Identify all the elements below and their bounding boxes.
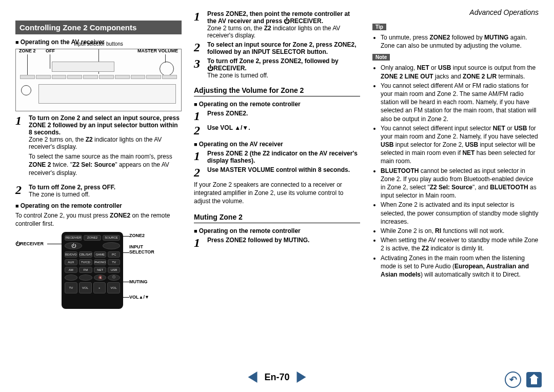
step-number-1: 1: [194, 10, 207, 23]
tip-label: Tip: [372, 24, 386, 30]
remote-btn: FM: [79, 267, 93, 273]
remote-btn: PC: [108, 251, 120, 258]
callout-input-selector: INPUT SELECTOR: [129, 244, 160, 254]
col1-step2-body: The zone is turned off.: [29, 191, 182, 198]
remote-btn: RECEIVER: [65, 235, 82, 241]
note-item: Activating Zones in the main room when t…: [381, 254, 539, 279]
back-icon[interactable]: ↶: [505, 371, 521, 388]
tip-block: Tip To unmute, press ZONE2 followed by M…: [372, 21, 539, 50]
heading-av-receiver-2: Operating on the AV receiver: [194, 141, 360, 148]
col2-step-1: 1 Press ZONE2, then point the remote con…: [194, 10, 360, 39]
diagram-label-master-volume: MASTER VOLUME: [137, 48, 178, 53]
master-volume-knob: [160, 62, 174, 76]
heading-remote-controller-2: Operating on the remote controller: [194, 101, 360, 108]
remote-btn: TV: [108, 259, 120, 265]
col1-step2-lead: To turn off Zone 2, press OFF.: [29, 184, 115, 191]
footer-nav: En-70 ↶: [0, 371, 554, 389]
diagram-label-input-selector: Input selector buttons: [74, 41, 123, 47]
callout-receiver: ⏻RECEIVER: [15, 241, 44, 246]
header-section: Advanced Operations: [469, 8, 539, 16]
section-banner: Controlling Zone 2 Components: [15, 21, 182, 34]
note-item: When Zone 2 is activated and its input s…: [381, 201, 539, 226]
power-icon: ⏻: [65, 242, 82, 249]
step-number-2: 2: [194, 41, 207, 53]
col2-step-3: 3 To turn off Zone 2, press ZONE2, follo…: [194, 57, 360, 79]
remote-intro: To control Zone 2, you must press ZONE2 …: [15, 211, 182, 228]
step-number-1: 1: [15, 114, 29, 127]
prev-page-icon[interactable]: [248, 371, 257, 383]
remote-btn: ZONE2: [84, 235, 101, 241]
rvol-step-2: 2 Use MASTER VOLUME control within 8 sec…: [194, 166, 360, 179]
remote-btn: [65, 275, 77, 281]
remote-btn: ⓘ: [108, 275, 120, 281]
remote-btn: GAME: [94, 251, 106, 258]
remote-btn: TV/CD: [79, 259, 93, 265]
muting-icon: 🔇: [94, 275, 106, 281]
remote-btn: AM: [65, 267, 77, 273]
callout-zone2: ZONE2: [129, 233, 145, 238]
selector-button-row: [20, 75, 177, 79]
note-item: While Zone 2 is on, RI functions will no…: [381, 227, 539, 235]
remote-btn: [79, 275, 93, 281]
step-number-1: 1: [194, 237, 207, 249]
rvol-step-1: 1 Press ZONE 2 (the Z2 indicator on the …: [194, 150, 360, 164]
col1-step-1: 1 To turn on Zone 2 and select an input …: [15, 114, 182, 182]
vol-note: If your Zone 2 speakers are connected to…: [194, 181, 360, 206]
mute-step-1: 1 Press ZONE2 followed by MUTING.: [194, 237, 360, 249]
page-content: Controlling Zone 2 Components Operating …: [0, 0, 554, 375]
subhead-muting: Muting Zone 2: [194, 213, 360, 223]
diagram-label-zone2: ZONE 2: [19, 48, 36, 53]
lower-panel: [38, 84, 176, 104]
step-number-2: 2: [194, 166, 207, 179]
remote-btn: VOL: [79, 282, 92, 293]
callout-muting: MUTING: [129, 279, 148, 284]
remote-btn: TV: [65, 282, 77, 293]
step-number-1: 1: [194, 110, 207, 122]
tip-item: To unmute, press ZONE2 followed by MUTIN…: [381, 33, 539, 50]
remote-btn: +: [93, 282, 106, 293]
page-number: En-70: [264, 372, 289, 383]
note-label: Note: [372, 54, 390, 61]
receiver-display: [52, 62, 114, 72]
remote-body: RECEIVER ZONE2 SOURCE ⏻ BD/DVD CBL/SAT G…: [62, 232, 123, 309]
step-number-3: 3: [194, 57, 207, 70]
vol-step-1: 1 Press ZONE2.: [194, 110, 360, 122]
remote-btn: SOURCE: [103, 235, 120, 241]
small-knob: [21, 85, 31, 95]
remote-btn: BD/DVD: [65, 251, 77, 258]
remote-illustration: ⏻RECEIVER ZONE2 INPUT SELECTOR MUTING VO…: [15, 232, 182, 309]
next-page-icon[interactable]: [297, 371, 306, 383]
note-item: BLUETOOTH cannot be selected as input se…: [381, 167, 539, 200]
vol-step-2: 2 Use VOL ▲/▼.: [194, 124, 360, 136]
heading-remote-controller-1: Operating on the remote controller: [15, 202, 182, 209]
av-receiver-illustration: Input selector buttons ZONE 2 OFF MASTER…: [15, 49, 182, 111]
step-number-2: 2: [15, 184, 29, 196]
subhead-adjust-volume: Adjusting the Volume for Zone 2: [194, 86, 360, 96]
remote-btn: AUX: [65, 259, 77, 265]
note-item: You cannot select different AM or FM rad…: [381, 82, 539, 123]
diagram-label-off: OFF: [46, 48, 55, 53]
callout-vol: VOL▲/▼: [129, 295, 149, 300]
col2-step-2: 2 To select an input source for Zone 2, …: [194, 41, 360, 55]
step-number-2: 2: [194, 124, 207, 136]
col1-step1-lead: To turn on Zone 2 and select an input so…: [29, 114, 180, 136]
step-number-1: 1: [194, 150, 207, 162]
note-item: When setting the AV receiver to standby …: [381, 236, 539, 252]
note-block: Note Only analog, NET or USB input sourc…: [372, 51, 539, 279]
note-item: Only analog, NET or USB input source is …: [381, 64, 539, 80]
note-item: You cannot select different input select…: [381, 124, 539, 166]
remote-btn: PHONO: [94, 259, 106, 265]
remote-btn: NET: [94, 267, 106, 273]
remote-btn: CBL/SAT: [79, 251, 93, 258]
col1-step-2: 2 To turn off Zone 2, press OFF. The zon…: [15, 184, 182, 198]
remote-btn: USB: [108, 267, 120, 273]
home-icon[interactable]: [526, 372, 542, 387]
heading-remote-controller-3: Operating on the remote controller: [194, 227, 360, 234]
remote-btn: [103, 242, 120, 249]
vol-up-down-icon: VOL: [107, 282, 120, 293]
